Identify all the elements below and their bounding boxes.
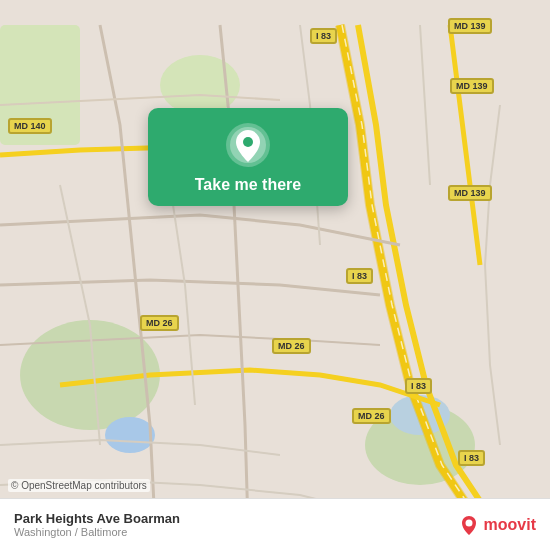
shield-md26-1: MD 26: [140, 315, 179, 331]
shield-md140: MD 140: [8, 118, 52, 134]
svg-point-5: [105, 417, 155, 453]
shield-i83-top: I 83: [310, 28, 337, 44]
moovit-logo: moovit: [458, 514, 536, 536]
location-info: Park Heights Ave Boarman Washington / Ba…: [14, 511, 180, 538]
location-city: Washington / Baltimore: [14, 526, 180, 538]
pin-icon: [225, 122, 271, 168]
shield-i83-mid: I 83: [346, 268, 373, 284]
shield-i83-bot: I 83: [458, 450, 485, 466]
svg-point-11: [465, 519, 472, 526]
location-name: Park Heights Ave Boarman: [14, 511, 180, 526]
svg-point-10: [243, 137, 253, 147]
shield-md26-2: MD 26: [272, 338, 311, 354]
moovit-pin-icon: [458, 514, 480, 536]
shield-md26-3: MD 26: [352, 408, 391, 424]
take-me-there-button[interactable]: Take me there: [195, 176, 301, 194]
shield-i83-low: I 83: [405, 378, 432, 394]
shield-md139-1: MD 139: [448, 18, 492, 34]
copyright-text: © OpenStreetMap contributors: [8, 479, 150, 492]
shield-md139-3: MD 139: [448, 185, 492, 201]
moovit-brand-text: moovit: [484, 516, 536, 534]
location-card: Take me there: [148, 108, 348, 206]
shield-md139-2: MD 139: [450, 78, 494, 94]
map-container: I 83 MD 139 MD 139 MD 140 83 MD 139 I 83…: [0, 0, 550, 550]
bottom-bar: Park Heights Ave Boarman Washington / Ba…: [0, 498, 550, 550]
